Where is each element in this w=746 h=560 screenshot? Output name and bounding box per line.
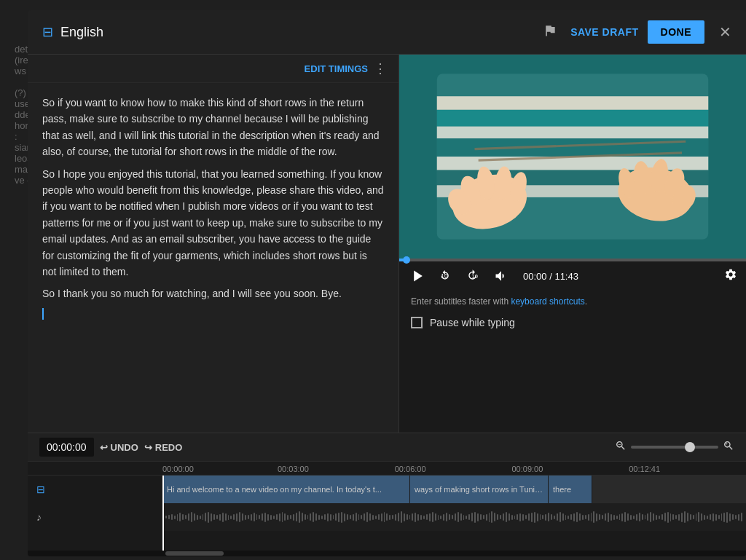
play-button[interactable] (408, 267, 428, 285)
waveform-bar (401, 511, 402, 523)
waveform-bar (712, 513, 714, 521)
timeline-scrollbar[interactable] (28, 551, 746, 556)
total-time: 11:43 (554, 271, 578, 282)
waveform-bar (659, 516, 660, 519)
waveform-bar (443, 514, 444, 521)
waveform-bar (313, 512, 314, 522)
waveform-bar (347, 514, 348, 520)
audio-track-icon: ♪ (36, 511, 42, 523)
modal-title: English (60, 25, 103, 40)
waveform-bar (251, 514, 252, 521)
subtitle-icon: ⊟ (42, 24, 53, 40)
waveform-bar (165, 516, 167, 518)
waveform-bar (650, 512, 651, 522)
flag-button[interactable] (538, 19, 562, 45)
time-display: 00:00 / 11:43 (523, 271, 578, 282)
caption-segment-2[interactable]: ways of making short rows in Tunisian cr… (410, 476, 549, 503)
zoom-in-button[interactable] (723, 440, 734, 454)
close-button[interactable]: ✕ (719, 23, 731, 41)
waveform-bar (642, 514, 643, 520)
waveform-bar (364, 513, 365, 521)
waveform-bar (282, 512, 283, 522)
waveform-bar (321, 516, 323, 519)
waveform-bar (732, 514, 734, 520)
waveform-bar (491, 511, 492, 523)
waveform-bar (718, 515, 720, 519)
text-cursor-line (42, 308, 384, 320)
waveform-bar (696, 513, 697, 521)
waveform-bar (327, 513, 329, 521)
settings-button[interactable] (724, 268, 737, 285)
waveform-bar (222, 513, 224, 522)
waveform-bar (378, 514, 380, 520)
done-button[interactable]: DONE (648, 20, 704, 44)
waveform-bar (466, 516, 467, 519)
rewind-10-button[interactable]: 10 (436, 267, 456, 285)
waveform-bar (264, 513, 266, 522)
waveform-bar (698, 512, 699, 522)
subtitle-text-area[interactable]: So if you want to know how to make this … (28, 83, 398, 433)
caption-segment-1[interactable]: Hi and welcome to a new video on my chan… (162, 476, 410, 503)
waveform-bar (542, 515, 543, 519)
zoom-slider[interactable] (631, 446, 718, 449)
edit-timings-button[interactable]: EDIT TIMINGS (305, 63, 368, 74)
playhead[interactable] (162, 476, 164, 551)
waveform-bar (188, 513, 189, 521)
forward-10-button[interactable]: 10 (463, 267, 484, 285)
waveform-bar (284, 513, 286, 521)
waveform-bar (324, 514, 326, 520)
waveform-bar (216, 515, 218, 519)
waveform-bar (511, 515, 513, 520)
caption-segment-3[interactable]: there (549, 476, 592, 503)
waveform-bar (721, 513, 723, 521)
waveform-bar (474, 512, 476, 523)
timestamp-display: 00:00:00 (39, 438, 94, 457)
waveform-bar (344, 513, 345, 521)
pause-typing-checkbox[interactable] (411, 317, 423, 328)
scrollbar-thumb[interactable] (165, 551, 224, 556)
waveform-bar (599, 514, 600, 520)
waveform-bar (636, 514, 637, 521)
waveform-bar (656, 515, 657, 520)
waveform-bar (596, 513, 597, 521)
caption-track-content[interactable]: Hi and welcome to a new video on my chan… (162, 476, 746, 503)
waveform-bar (361, 515, 362, 519)
save-draft-button[interactable]: SAVE DRAFT (570, 26, 638, 38)
video-thumbnail (399, 55, 746, 259)
waveform-bar (333, 515, 334, 519)
undo-button[interactable]: ↩ UNDO (100, 442, 138, 453)
waveform-bar (404, 513, 405, 521)
waveform-bar (593, 511, 594, 523)
waveform-bar (384, 512, 385, 522)
svg-rect-4 (437, 127, 709, 139)
waveform-bar (256, 514, 258, 520)
ruler-mark-2: 00:06:00 (395, 465, 512, 473)
waveform-bar (551, 514, 552, 520)
waveform-bar (203, 514, 204, 520)
waveform-bar (477, 513, 479, 521)
waveform-bar (375, 516, 377, 519)
zoom-controls (615, 440, 734, 454)
volume-button[interactable] (491, 267, 511, 285)
zoom-out-button[interactable] (615, 440, 627, 454)
video-panel: 10 10 (399, 55, 746, 433)
waveform-bar (290, 515, 291, 519)
more-options-button[interactable]: ⋮ (374, 60, 387, 76)
svg-rect-3 (437, 110, 709, 127)
waveform-bar (687, 513, 688, 521)
waveform-bar (230, 516, 232, 519)
waveform-bar (726, 512, 728, 523)
waveform-bar (681, 513, 683, 522)
waveform-bar (503, 513, 504, 521)
waveform-bar (267, 514, 269, 521)
video-container: 10 10 (399, 55, 746, 291)
waveform-bar (395, 514, 396, 521)
redo-button[interactable]: ↪ REDO (144, 442, 183, 453)
waveform-bar (239, 512, 240, 522)
keyboard-shortcuts-link[interactable]: keyboard shortcuts (511, 296, 584, 307)
video-progress-bar[interactable] (399, 259, 746, 261)
shortcuts-text: Enter subtitles faster with (411, 296, 509, 307)
waveform-bar (287, 515, 288, 520)
waveform-bar (179, 513, 181, 521)
waveform-bar (200, 516, 201, 519)
